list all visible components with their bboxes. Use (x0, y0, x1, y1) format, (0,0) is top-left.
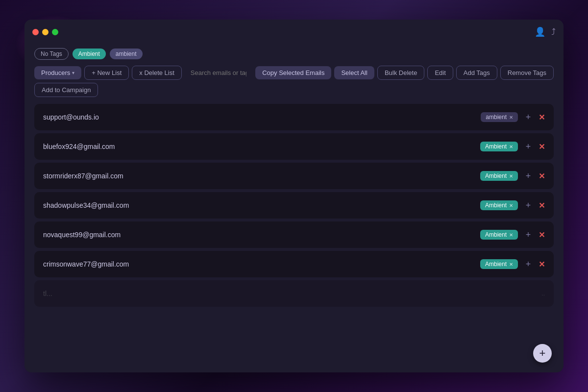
titlebar-actions: 👤 ⤴ (535, 26, 556, 37)
table-row: shadowpulse34@gmail.com Ambient ✕ + ✕ (34, 192, 554, 219)
email-tag-label: Ambient (485, 231, 507, 238)
remove-tags-button[interactable]: Remove Tags (500, 66, 554, 80)
tag-remove-icon[interactable]: ✕ (509, 262, 513, 267)
table-row: novaquest99@gmail.com Ambient ✕ + ✕ (34, 221, 554, 248)
email-row-actions: Ambient ✕ + ✕ (480, 171, 545, 181)
user-icon[interactable]: 👤 (535, 26, 545, 37)
table-row: bluefox924@gmail.com Ambient ✕ + ✕ (34, 133, 554, 160)
email-tag-label: Ambient (485, 143, 507, 150)
email-list: support@ounds.io ambient ✕ + ✕ bluefox92… (24, 104, 564, 372)
tag-remove-icon[interactable]: ✕ (509, 144, 513, 149)
email-tag-label: Ambient (485, 172, 507, 179)
email-row-actions-partial: .. (541, 290, 545, 297)
email-address: stormriderx87@gmail.com (43, 172, 123, 180)
close-button[interactable] (32, 29, 39, 35)
maximize-button[interactable] (52, 29, 58, 35)
email-address: crimsonwave77@gmail.com (43, 260, 129, 268)
remove-email-button[interactable]: ✕ (539, 230, 545, 240)
search-input[interactable] (185, 66, 252, 79)
chevron-down-icon: ▾ (72, 70, 74, 75)
email-address: novaquest99@gmail.com (43, 231, 121, 239)
add-tag-button[interactable]: + (523, 259, 534, 270)
email-address: bluefox924@gmail.com (43, 143, 115, 150)
table-row-partial: tl... .. (34, 280, 554, 307)
titlebar: 👤 ⤴ (24, 20, 564, 44)
bulk-delete-button[interactable]: Bulk Delete (377, 66, 424, 80)
toolbar: Producers ▾ + New List x Delete List Cop… (24, 66, 564, 104)
email-row-actions: Ambient ✕ + ✕ (480, 230, 545, 240)
email-tag-badge: Ambient ✕ (480, 230, 518, 240)
add-to-campaign-button[interactable]: Add to Campaign (34, 83, 98, 97)
email-row-actions: Ambient ✕ + ✕ (480, 259, 545, 270)
tag-ambient-upper[interactable]: Ambient (73, 49, 106, 59)
logout-icon[interactable]: ⤴ (551, 27, 556, 37)
email-tag-label: Ambient (485, 202, 507, 209)
email-row-actions: Ambient ✕ + ✕ (480, 142, 545, 152)
add-tags-button[interactable]: Add Tags (456, 66, 497, 80)
email-row-actions: Ambient ✕ + ✕ (480, 200, 545, 211)
email-tag-badge: Ambient ✕ (480, 200, 518, 210)
email-tag-label: ambient (486, 114, 507, 121)
tag-remove-icon[interactable]: ✕ (509, 232, 513, 238)
email-tag-badge: Ambient ✕ (480, 171, 518, 181)
remove-email-button[interactable]: ✕ (539, 142, 545, 151)
tag-remove-icon[interactable]: ✕ (509, 173, 513, 179)
add-tag-button[interactable]: + (523, 171, 534, 181)
minimize-button[interactable] (42, 29, 49, 35)
email-address: support@ounds.io (43, 113, 99, 121)
add-tag-button[interactable]: + (523, 142, 534, 152)
email-row-actions: ambient ✕ + ✕ (481, 112, 545, 122)
edit-button[interactable]: Edit (427, 66, 453, 80)
partial-tag: .. (541, 290, 545, 297)
table-row: crimsonwave77@gmail.com Ambient ✕ + ✕ (34, 251, 554, 277)
add-email-fab[interactable]: + (533, 344, 552, 363)
add-tag-button[interactable]: + (523, 200, 534, 211)
traffic-lights (32, 29, 58, 35)
remove-email-button[interactable]: ✕ (539, 260, 545, 269)
remove-email-button[interactable]: ✕ (539, 172, 545, 181)
tag-ambient-lower[interactable]: ambient (110, 49, 143, 59)
new-list-button[interactable]: + New List (84, 66, 129, 80)
delete-list-button[interactable]: x Delete List (132, 66, 182, 80)
tag-remove-icon[interactable]: ✕ (509, 203, 513, 208)
main-window: 👤 ⤴ No Tags Ambient ambient Producers ▾ … (24, 20, 564, 372)
email-tag-label: Ambient (485, 261, 507, 268)
table-row: support@ounds.io ambient ✕ + ✕ (34, 104, 554, 130)
email-tag-badge: ambient ✕ (481, 112, 518, 122)
tags-row: No Tags Ambient ambient (24, 44, 564, 66)
email-tag-badge: Ambient ✕ (480, 142, 518, 151)
add-tag-button[interactable]: + (523, 112, 534, 122)
email-address: shadowpulse34@gmail.com (43, 201, 129, 209)
remove-email-button[interactable]: ✕ (539, 201, 545, 210)
copy-selected-button[interactable]: Copy Selected Emails (255, 66, 331, 79)
email-tag-badge: Ambient ✕ (480, 259, 518, 269)
table-row: stormriderx87@gmail.com Ambient ✕ + ✕ (34, 163, 554, 189)
email-address-partial: tl... (43, 290, 52, 297)
tag-remove-icon[interactable]: ✕ (509, 115, 513, 120)
select-all-button[interactable]: Select All (334, 66, 374, 79)
add-tag-button[interactable]: + (523, 230, 534, 240)
producers-list-button[interactable]: Producers ▾ (34, 66, 81, 79)
remove-email-button[interactable]: ✕ (539, 113, 545, 122)
tag-no-tags[interactable]: No Tags (34, 48, 69, 60)
